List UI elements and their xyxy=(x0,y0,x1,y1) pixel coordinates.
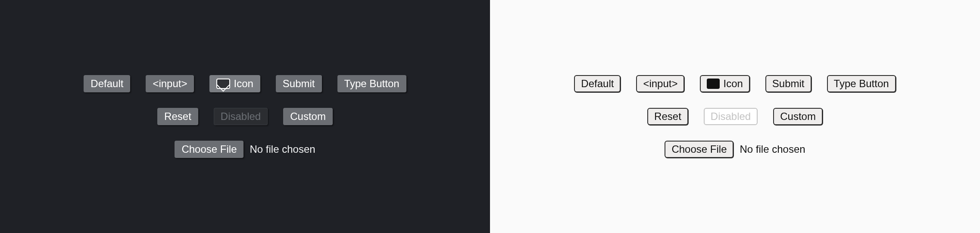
custom-button[interactable]: Custom xyxy=(773,108,823,125)
disabled-button: Disabled xyxy=(214,108,268,125)
default-button[interactable]: Default xyxy=(84,75,130,92)
icon-button-label: Icon xyxy=(723,78,743,90)
file-status-text: No file chosen xyxy=(250,143,315,155)
dark-theme-panel: Default <input> Icon Submit Type Button … xyxy=(0,0,490,233)
disabled-button: Disabled xyxy=(704,108,758,125)
mail-icon xyxy=(216,79,230,89)
choose-file-button[interactable]: Choose File xyxy=(175,141,243,158)
input-button[interactable]: <input> xyxy=(636,75,684,92)
button-row-1: Default <input> Icon Submit Type Button xyxy=(84,75,406,92)
button-row-2: Reset Disabled Custom xyxy=(157,108,333,125)
file-input[interactable]: Choose File No file chosen xyxy=(665,141,805,158)
mail-icon xyxy=(707,79,720,89)
button-row-3: Choose File No file chosen xyxy=(665,141,805,158)
icon-button-label: Icon xyxy=(234,78,253,90)
light-theme-panel: Default <input> Icon Submit Type Button … xyxy=(490,0,980,233)
file-input[interactable]: Choose File No file chosen xyxy=(175,141,315,158)
submit-button[interactable]: Submit xyxy=(276,75,322,92)
type-button[interactable]: Type Button xyxy=(337,75,406,92)
reset-button[interactable]: Reset xyxy=(647,108,688,125)
file-status-text: No file chosen xyxy=(740,143,805,155)
default-button[interactable]: Default xyxy=(574,75,621,92)
icon-button[interactable]: Icon xyxy=(700,75,749,92)
type-button[interactable]: Type Button xyxy=(827,75,896,92)
input-button[interactable]: <input> xyxy=(146,75,194,92)
choose-file-button[interactable]: Choose File xyxy=(665,141,733,158)
button-row-2: Reset Disabled Custom xyxy=(647,108,823,125)
custom-button[interactable]: Custom xyxy=(283,108,333,125)
submit-button[interactable]: Submit xyxy=(765,75,811,92)
reset-button[interactable]: Reset xyxy=(157,108,198,125)
icon-button[interactable]: Icon xyxy=(209,75,260,92)
button-row-3: Choose File No file chosen xyxy=(175,141,315,158)
button-row-1: Default <input> Icon Submit Type Button xyxy=(574,75,896,92)
